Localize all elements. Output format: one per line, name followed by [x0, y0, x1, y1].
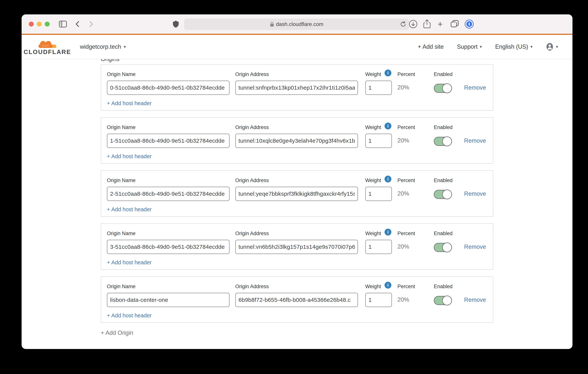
- remove-origin-link[interactable]: Remove: [464, 84, 486, 91]
- support-menu[interactable]: Support ▾: [457, 43, 482, 50]
- toggle-knob: [442, 136, 452, 146]
- weight-input[interactable]: [365, 187, 392, 201]
- forward-icon[interactable]: [88, 21, 94, 27]
- origin-name-label: Origin Name: [107, 284, 136, 289]
- enabled-label: Enabled: [434, 125, 452, 130]
- enabled-label: Enabled: [434, 178, 452, 183]
- weight-input[interactable]: [365, 293, 392, 307]
- origin-name-input[interactable]: [107, 187, 230, 201]
- remove-origin-link[interactable]: Remove: [464, 137, 486, 144]
- new-tab-icon[interactable]: +: [438, 20, 443, 28]
- percent-value: 20%: [398, 190, 409, 197]
- add-host-header-link[interactable]: + Add host header: [107, 100, 152, 107]
- cloudflare-wordmark: CLOUDFLARE: [24, 49, 71, 55]
- language-menu[interactable]: English (US) ▾: [495, 43, 533, 50]
- origin-card: Origin Name Origin Address Weight i Perc…: [101, 170, 493, 217]
- origin-card: Origin Name Origin Address Weight i Perc…: [101, 64, 493, 111]
- origin-address-label: Origin Address: [235, 284, 269, 289]
- percent-label: Percent: [398, 284, 415, 289]
- info-icon[interactable]: i: [385, 176, 391, 182]
- reload-icon[interactable]: [400, 21, 406, 28]
- weight-label: Weight: [365, 284, 381, 289]
- remove-origin-link[interactable]: Remove: [464, 244, 486, 250]
- percent-value: 20%: [398, 243, 409, 250]
- downloads-icon[interactable]: [409, 20, 418, 28]
- origin-name-label: Origin Name: [107, 231, 136, 236]
- support-label: Support: [457, 43, 478, 50]
- remove-origin-link[interactable]: Remove: [464, 190, 486, 197]
- site-selector-label: widgetcorp.tech: [80, 43, 121, 50]
- origins-section: Origins Origin Name Origin Address Weigh…: [21, 56, 572, 348]
- cloudflare-cloud-icon: [38, 38, 57, 49]
- info-icon[interactable]: i: [385, 282, 391, 289]
- toggle-knob: [442, 296, 452, 305]
- add-host-header-link[interactable]: + Add host header: [107, 206, 152, 213]
- chevron-down-icon: ▾: [480, 45, 482, 49]
- share-icon[interactable]: [423, 19, 431, 29]
- percent-label: Percent: [398, 71, 415, 77]
- origin-address-input[interactable]: [235, 134, 358, 148]
- origin-card: Origin Name Origin Address Weight i Perc…: [101, 277, 493, 323]
- enabled-toggle[interactable]: [434, 296, 452, 305]
- percent-value: 20%: [398, 84, 409, 91]
- origin-address-label: Origin Address: [235, 231, 269, 236]
- weight-label: Weight: [365, 125, 381, 130]
- origin-name-input[interactable]: [107, 134, 230, 148]
- origin-address-input[interactable]: [235, 81, 358, 95]
- address-bar[interactable]: dash.cloudflare.com: [184, 19, 409, 30]
- weight-input[interactable]: [365, 240, 392, 254]
- enabled-toggle[interactable]: [434, 84, 452, 93]
- zoom-window-button[interactable]: [45, 21, 50, 27]
- info-icon[interactable]: i: [385, 123, 391, 129]
- percent-value: 20%: [398, 296, 409, 303]
- add-host-header-link[interactable]: + Add host header: [107, 153, 152, 160]
- add-host-header-link[interactable]: + Add host header: [107, 259, 152, 266]
- origins-list: Origin Name Origin Address Weight i Perc…: [101, 64, 572, 323]
- add-site-label: + Add site: [418, 43, 444, 50]
- toggle-knob: [442, 243, 452, 252]
- sidebar-toggle-icon[interactable]: [59, 21, 67, 28]
- origin-name-label: Origin Name: [107, 178, 136, 183]
- account-menu[interactable]: ▾: [546, 43, 558, 51]
- chevron-down-icon: ▾: [124, 45, 126, 49]
- enabled-toggle[interactable]: [434, 190, 452, 199]
- back-icon[interactable]: [75, 21, 80, 27]
- enabled-label: Enabled: [434, 284, 452, 289]
- weight-label: Weight: [365, 71, 381, 77]
- origin-address-label: Origin Address: [235, 71, 269, 77]
- add-host-header-link[interactable]: + Add host header: [107, 312, 152, 319]
- privacy-shield-icon[interactable]: [172, 20, 179, 28]
- origin-address-input[interactable]: [235, 293, 358, 307]
- origin-name-input[interactable]: [107, 293, 230, 307]
- minimize-window-button[interactable]: [37, 21, 42, 27]
- close-window-button[interactable]: [29, 21, 34, 27]
- add-site-button[interactable]: + Add site: [418, 43, 444, 50]
- app-header: CLOUDFLARE widgetcorp.tech ▾ + Add site …: [21, 35, 572, 59]
- password-manager-icon[interactable]: [464, 19, 474, 29]
- origin-address-label: Origin Address: [235, 178, 269, 183]
- language-label: English (US): [495, 43, 528, 50]
- weight-input[interactable]: [365, 134, 392, 148]
- weight-label: Weight: [365, 231, 381, 236]
- enabled-toggle[interactable]: [434, 243, 452, 252]
- percent-label: Percent: [398, 231, 415, 236]
- info-icon[interactable]: i: [385, 229, 391, 235]
- browser-window: dash.cloudflare.com: [21, 14, 572, 349]
- origin-address-label: Origin Address: [235, 125, 269, 130]
- origin-address-input[interactable]: [235, 240, 358, 254]
- cloudflare-logo[interactable]: CLOUDFLARE: [27, 38, 68, 55]
- percent-label: Percent: [398, 178, 415, 183]
- origin-name-input[interactable]: [107, 81, 230, 95]
- origin-name-label: Origin Name: [107, 71, 136, 77]
- weight-input[interactable]: [365, 81, 392, 95]
- add-origin-link[interactable]: + Add Origin: [101, 330, 133, 348]
- info-icon[interactable]: i: [385, 70, 391, 76]
- lock-icon: [270, 21, 274, 27]
- site-selector[interactable]: widgetcorp.tech ▾: [80, 43, 126, 50]
- enabled-toggle[interactable]: [434, 137, 452, 146]
- tab-overview-icon[interactable]: [450, 20, 459, 28]
- origin-name-input[interactable]: [107, 240, 230, 254]
- remove-origin-link[interactable]: Remove: [464, 297, 486, 303]
- origin-address-input[interactable]: [235, 187, 358, 201]
- percent-label: Percent: [398, 125, 415, 130]
